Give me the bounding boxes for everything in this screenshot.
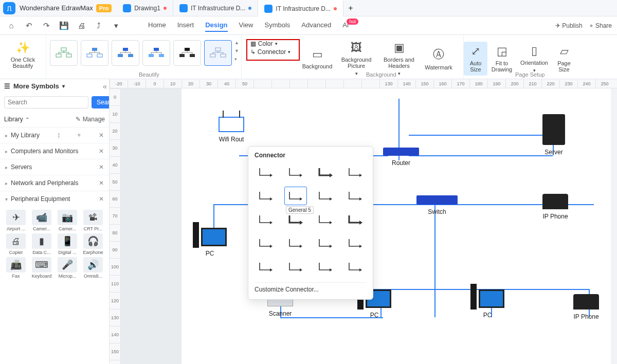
connector-option[interactable] xyxy=(284,258,307,276)
menu-design[interactable]: Design xyxy=(205,19,227,32)
connector-option[interactable] xyxy=(255,163,277,181)
one-click-beautify-button[interactable]: ✨ One Click Beautify xyxy=(5,38,41,72)
connector-option[interactable] xyxy=(284,163,307,181)
print-icon[interactable]: 🖨 xyxy=(75,20,87,32)
shape-airport[interactable]: ✈Airport ... xyxy=(4,210,28,231)
node-pc-3[interactable]: PC xyxy=(470,284,504,319)
document-tab-2[interactable]: IT Infrastructure D... xyxy=(173,0,258,16)
connector-option[interactable] xyxy=(344,163,367,181)
document-tab-3[interactable]: IT Infrastructure D... xyxy=(258,0,343,16)
menu-ai[interactable]: AIhot xyxy=(342,19,360,32)
theme-expand-icon[interactable]: ▾ xyxy=(234,57,239,62)
node-pc-1[interactable]: PC xyxy=(193,222,227,257)
redo-icon[interactable]: ↷ xyxy=(40,20,52,32)
lib-section-my-library[interactable]: ▸My Library⟟+✕ xyxy=(0,127,109,143)
search-input[interactable] xyxy=(4,96,88,108)
node-server[interactable]: Server xyxy=(542,114,565,156)
connector-option[interactable] xyxy=(255,234,277,252)
home-icon[interactable]: ⌂ xyxy=(5,20,17,32)
connector-option[interactable] xyxy=(284,234,307,252)
shape-digital[interactable]: 📱Digital ... xyxy=(56,233,79,255)
close-icon[interactable]: ✕ xyxy=(99,148,104,155)
shape-crt-projector[interactable]: 📽CRT Pr... xyxy=(81,210,105,231)
menu-symbols[interactable]: Symbols xyxy=(265,19,291,32)
connector-option[interactable] xyxy=(314,163,337,181)
lib-section-computers[interactable]: ▸Computers and Monitors✕ xyxy=(0,143,109,159)
watermark-button[interactable]: ⒶWatermark xyxy=(421,42,457,76)
save-icon[interactable]: 💾 xyxy=(58,20,70,32)
menu-insert[interactable]: Insert xyxy=(177,19,194,32)
shape-earphone[interactable]: 🎧Earphone xyxy=(81,233,105,255)
connector-option[interactable] xyxy=(314,210,337,229)
more-icon[interactable]: ▾ xyxy=(110,20,122,32)
lib-section-peripheral[interactable]: ▾Peripheral Equipment✕ xyxy=(0,191,109,207)
connector-option[interactable] xyxy=(344,234,367,252)
connector-option[interactable] xyxy=(314,234,337,252)
publish-button[interactable]: ✈ Publish xyxy=(555,22,583,29)
background-button[interactable]: ▭Background xyxy=(299,42,335,76)
theme-scroll-down-icon[interactable]: ▼ xyxy=(234,48,239,53)
menu-advanced[interactable]: Advanced xyxy=(301,19,331,32)
collapse-up-icon[interactable]: ⌃ xyxy=(25,117,29,122)
connector-option[interactable] xyxy=(344,258,367,276)
theme-option-3[interactable] xyxy=(112,40,139,66)
connector-option[interactable] xyxy=(344,210,367,229)
borders-headers-button[interactable]: ▣Borders and Headers▾ xyxy=(377,42,421,76)
add-tab-button[interactable]: + xyxy=(343,4,358,13)
pin-icon[interactable]: ⟟ xyxy=(58,132,60,139)
node-router[interactable]: Router xyxy=(383,148,419,167)
connector-option[interactable] xyxy=(344,187,367,205)
undo-icon[interactable]: ↶ xyxy=(23,20,35,32)
node-ip-phone-1[interactable]: IP Phone xyxy=(542,194,568,220)
connector-option[interactable] xyxy=(314,187,337,205)
fit-to-drawing-button[interactable]: ◲Fit to Drawing xyxy=(487,42,516,76)
theme-option-6[interactable] xyxy=(204,40,232,66)
node-ip-phone-2[interactable]: IP Phone xyxy=(573,294,599,320)
close-icon[interactable]: ✕ xyxy=(99,195,104,203)
close-icon[interactable]: ✕ xyxy=(99,132,104,139)
add-icon[interactable]: + xyxy=(77,132,81,139)
lib-section-network[interactable]: ▸Network and Peripherals✕ xyxy=(0,175,109,191)
connector-dropdown[interactable]: ↳Connector▾ xyxy=(250,48,291,56)
theme-option-4[interactable] xyxy=(142,40,170,66)
orientation-button[interactable]: ▯Orientation▾ xyxy=(516,42,552,76)
theme-scroll-up-icon[interactable]: ▲ xyxy=(234,40,239,45)
color-dropdown[interactable]: ▦Color▾ xyxy=(250,40,291,47)
lib-section-servers[interactable]: ▸Servers✕ xyxy=(0,159,109,175)
close-icon[interactable]: ✕ xyxy=(99,163,104,171)
shape-camera-2[interactable]: 📷Camer... xyxy=(56,210,79,231)
connector-option[interactable] xyxy=(255,187,277,205)
connector-option[interactable] xyxy=(284,210,307,229)
auto-size-button[interactable]: ⤢Auto Size xyxy=(464,42,487,76)
export-icon[interactable]: ⤴ xyxy=(93,20,105,32)
page-size-button[interactable]: ▱Page Size xyxy=(552,42,576,76)
connector-option-selected[interactable]: General 5 xyxy=(284,187,307,205)
connector-option[interactable] xyxy=(255,258,277,276)
connector-option[interactable] xyxy=(255,210,277,229)
background-picture-button[interactable]: 🖼Background Picture▾ xyxy=(335,42,377,76)
shape-keyboard[interactable]: ⌨Keyboard xyxy=(30,257,53,279)
menu-home[interactable]: Home xyxy=(148,19,166,32)
theme-option-1[interactable] xyxy=(50,40,78,66)
share-button[interactable]: ⚬ Share xyxy=(589,22,612,29)
close-icon[interactable]: ✕ xyxy=(99,179,104,187)
vertical-scrollbar[interactable] xyxy=(611,88,617,364)
menu-view[interactable]: View xyxy=(239,19,253,32)
node-switch[interactable]: Switch xyxy=(416,195,458,215)
customize-connector-button[interactable]: Customize Connector... xyxy=(255,282,367,293)
shape-copier[interactable]: 🖨Copier xyxy=(4,233,28,255)
collapse-sidebar-icon[interactable]: « xyxy=(103,82,107,90)
connector-option[interactable] xyxy=(314,258,337,276)
more-symbols-button[interactable]: ☰ More Symbols ▾ xyxy=(0,79,69,93)
theme-option-5[interactable] xyxy=(173,40,201,66)
node-wifi-router[interactable]: Wifi Rout xyxy=(219,117,244,143)
shape-data-collector[interactable]: ▮Data C... xyxy=(30,233,53,255)
shape-microphone[interactable]: 🎤Microp... xyxy=(56,257,79,279)
manage-button[interactable]: ✎ Manage xyxy=(76,116,105,123)
shape-fax[interactable]: 📠Fax xyxy=(4,257,28,279)
theme-option-2[interactable] xyxy=(81,40,108,66)
search-button[interactable]: Search xyxy=(92,96,110,108)
shape-camera-1[interactable]: 📹Camer... xyxy=(30,210,53,231)
document-tab-1[interactable]: Drawing1 xyxy=(117,0,173,16)
shape-omnidirectional[interactable]: 🔊Omnidi... xyxy=(81,257,105,279)
